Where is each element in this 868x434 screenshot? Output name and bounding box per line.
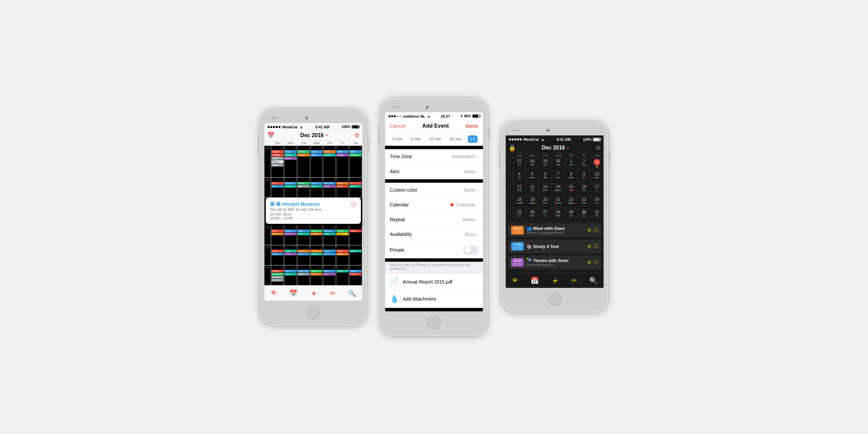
event-gear-1[interactable]: ⚙ xyxy=(587,227,591,233)
event-info-btn-1[interactable]: ⓘ xyxy=(593,227,598,233)
dark-day-cell[interactable]: 10 xyxy=(590,171,603,183)
eye-toolbar-icon[interactable]: 👁 xyxy=(271,289,277,297)
day-cell[interactable]: 1DrinkA-Fus xyxy=(323,146,336,177)
day-cell[interactable]: 31PhoneReturn xyxy=(349,266,362,285)
day-cell[interactable]: 30A-Fus xyxy=(336,266,349,285)
custom-color-row[interactable]: Custom color None › xyxy=(385,183,483,198)
day-cell[interactable]: 23Kalink→Harbo→ xyxy=(336,245,349,265)
dark-day-cell-today[interactable]: 3 xyxy=(590,158,603,170)
day-cell[interactable]: 16CanoeLemo xyxy=(336,225,349,245)
dark-day-cell[interactable]: 29 xyxy=(539,158,552,170)
day-cell[interactable]: 27Flight CPT-AMSHolidayTableShopsPlane xyxy=(271,146,284,177)
day-cell[interactable]: 27Flight CPTPlane xyxy=(297,266,310,285)
day-cell[interactable]: 4Pro→Me→ xyxy=(271,178,284,197)
dark-day-cell[interactable]: 2 xyxy=(578,158,591,170)
home-button3[interactable] xyxy=(548,292,561,306)
day-cell[interactable]: 7Intrep→Meet→ xyxy=(310,178,323,197)
calendar-row[interactable]: Calendar Calendar › xyxy=(385,198,483,213)
day-cell[interactable]: 2Train →Study xyxy=(336,146,349,177)
dark-day-cell[interactable]: 28 xyxy=(526,158,539,170)
dark-day-cell[interactable]: 26 xyxy=(526,209,539,221)
day-cell[interactable]: 25HolidayPlumwoodGrand→The R→ xyxy=(271,266,284,285)
dark-gear-icon[interactable]: ⚙ xyxy=(595,144,601,152)
day-cell[interactable]: 24Guest xyxy=(349,245,362,265)
dark-event-card-2[interactable]: 17:30 19:00 📚 Study 4 Test ⚙ ⓘ xyxy=(508,239,601,253)
dark-day-cell[interactable]: 16 xyxy=(578,184,591,196)
dark-event-card-1[interactable]: 10:00 17:00 👥 Meet with Dave Simon Carmi… xyxy=(508,223,601,237)
dark-day-cell[interactable]: 7 xyxy=(552,171,565,183)
event-gear-2[interactable]: ⚙ xyxy=(587,244,591,249)
alert-0min[interactable]: 0 min xyxy=(391,135,404,143)
dark-day-cell[interactable]: 14 xyxy=(552,184,565,196)
day-cell[interactable]: 12PhoneConce xyxy=(284,225,297,245)
dark-day-cell[interactable]: 5 xyxy=(526,171,539,183)
day-cell[interactable]: 26Trans→Cape xyxy=(284,266,297,285)
dark-day-cell[interactable]: 30 xyxy=(552,158,565,170)
dark-day-cell[interactable]: 11 xyxy=(513,184,526,196)
dark-cal-icon[interactable]: 📅 xyxy=(530,277,539,284)
day-cell[interactable]: 9Devel→Movie xyxy=(336,178,349,197)
dark-day-cell[interactable]: 13 xyxy=(539,184,552,196)
dark-day-cell[interactable]: 27 xyxy=(539,209,552,221)
alert-15min[interactable]: 15 min xyxy=(427,135,443,143)
day-cell[interactable]: 10PillApple xyxy=(349,178,362,197)
dark-day-cell[interactable]: 4 xyxy=(513,171,526,183)
day-cell[interactable]: 20Cab toCity T→ xyxy=(297,245,310,265)
day-cell[interactable]: 22KirsteCity T→ xyxy=(323,245,336,265)
dark-lock-icon[interactable]: 🔒 xyxy=(508,144,516,152)
dark-day-cell[interactable]: 17 xyxy=(590,184,603,196)
event-info-btn-3[interactable]: ⓘ xyxy=(593,259,598,266)
alert-5min[interactable]: 5 min xyxy=(409,135,423,143)
dark-day-cell[interactable]: 29 xyxy=(565,209,578,221)
search-toolbar-icon[interactable]: 🔍 xyxy=(348,289,356,297)
dark-day-cell[interactable]: 6 xyxy=(539,171,552,183)
dark-day-cell[interactable]: 23 xyxy=(578,196,591,209)
day-cell[interactable]: 17Harbo xyxy=(349,225,362,245)
event-popup[interactable]: 🏛 🏛 Intrepid Museum Pier 86 W 46th St an… xyxy=(266,198,361,224)
dark-event-card-3[interactable]: 19:30 22:30 🎾 Tennis with Sven Kinderdij… xyxy=(508,255,601,270)
day-cell[interactable]: 21Cab to→Cactix xyxy=(310,245,323,265)
dark-search-icon[interactable]: 🔍 xyxy=(589,277,597,284)
dark-day-cell[interactable]: 1 xyxy=(565,158,578,170)
edit-toolbar-icon[interactable]: ✏ xyxy=(330,289,336,297)
day-cell[interactable]: 28TennisDinner xyxy=(310,266,323,285)
dark-day-cell[interactable]: 25 xyxy=(513,209,526,221)
day-cell[interactable]: 5BelmondAstoria xyxy=(284,178,297,197)
alert-30min[interactable]: 30 min xyxy=(447,135,464,143)
dark-day-cell[interactable]: 8 xyxy=(565,171,578,183)
repeat-row[interactable]: Repeat Never › xyxy=(385,213,483,227)
dark-day-cell[interactable]: 30 xyxy=(578,209,591,221)
dark-edit-icon[interactable]: ✏ xyxy=(571,277,577,284)
day-cell[interactable]: 8JEK-CPHGugg xyxy=(323,178,336,197)
settings-gear-icon[interactable]: ⚙ xyxy=(354,132,360,139)
day-cell[interactable]: 13Flight→Hotel xyxy=(297,225,310,245)
home-button2[interactable] xyxy=(427,316,441,330)
dark-day-cell[interactable]: 27 xyxy=(513,158,526,170)
day-cell[interactable]: 30NoorcTrain → xyxy=(310,146,323,177)
dark-day-cell[interactable]: 28 xyxy=(552,209,565,221)
dark-day-cell[interactable]: 20 xyxy=(539,196,552,209)
day-cell[interactable]: 14HolidayCaledon xyxy=(310,225,323,245)
done-button[interactable]: Done xyxy=(465,123,478,129)
dark-day-cell[interactable]: 18 xyxy=(513,196,526,209)
timezone-row[interactable]: Time Zone Amsterdam › xyxy=(385,150,483,164)
day-cell[interactable]: 28Train →PacificWine xyxy=(284,146,297,177)
dark-day-cell[interactable]: 22 xyxy=(565,196,578,209)
calendar-icon[interactable]: 📅 xyxy=(267,132,275,139)
dark-day-cell[interactable]: 19 xyxy=(526,196,539,209)
dark-day-cell[interactable]: 31 xyxy=(590,209,603,221)
dark-day-cell[interactable]: 9 xyxy=(578,171,591,183)
day-cell[interactable]: 29NoorcWine xyxy=(323,266,336,285)
day-cell[interactable]: 6IPO M→Merc xyxy=(297,178,310,197)
availability-row[interactable]: Availability Busy › xyxy=(385,227,483,242)
dark-day-cell[interactable]: 15 xyxy=(565,184,578,196)
add-attachment-row[interactable]: 💧 Add Attachment xyxy=(385,290,483,308)
alert-row[interactable]: Alert None › xyxy=(385,164,483,179)
cal-toolbar-icon[interactable]: 📅 xyxy=(289,289,298,297)
cal-title[interactable]: Dec 2016 ▼ xyxy=(300,132,328,138)
event-info-btn-2[interactable]: ⓘ xyxy=(593,243,598,249)
day-cell[interactable]: 18Payd→Car C xyxy=(271,245,284,265)
cancel-button[interactable]: Cancel xyxy=(390,123,405,129)
dark-eye-icon[interactable]: 👁 xyxy=(512,277,519,284)
alert-1h[interactable]: 1 h xyxy=(468,135,477,143)
